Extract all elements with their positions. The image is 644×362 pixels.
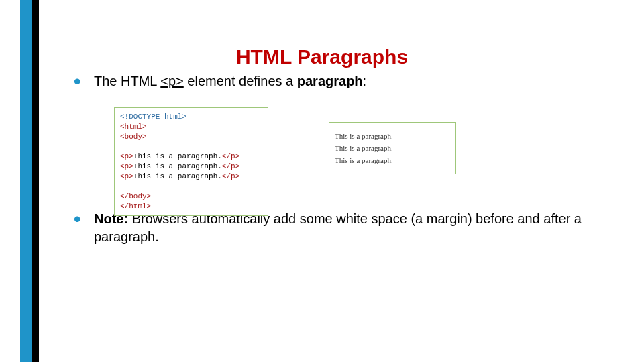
figures: <!DOCTYPE html> <html> <body> <p>This is…: [114, 107, 584, 215]
code-blank: [120, 182, 262, 192]
bullet-1-text-pre: The HTML: [94, 74, 160, 88]
code-p-close: </p>: [222, 162, 239, 170]
code-p-open: <p>: [120, 162, 133, 170]
code-html-close: </html>: [120, 202, 151, 210]
output-box: This is a paragraph. This is a paragraph…: [329, 122, 456, 174]
bullet-1-text-post: element defines a: [184, 74, 297, 88]
code-p-close: </p>: [222, 172, 239, 180]
bullet-1-code: <p>: [160, 74, 183, 88]
code-line: </body>: [120, 192, 262, 202]
code-line: </html>: [120, 202, 262, 212]
code-doctype: <!DOCTYPE html>: [120, 113, 186, 121]
code-html-open: <html>: [120, 123, 147, 131]
code-line: <p>This is a paragraph.</p>: [120, 162, 262, 172]
code-body-close: </body>: [120, 192, 151, 200]
code-line: <html>: [120, 122, 262, 132]
code-line: <!DOCTYPE html>: [120, 112, 262, 122]
code-p-close: </p>: [222, 152, 239, 160]
bullet-1-term: paragraph: [297, 74, 363, 88]
code-p-open: <p>: [120, 172, 133, 180]
bullet-1-colon: :: [363, 74, 367, 88]
code-body-open: <body>: [120, 133, 147, 141]
slide: HTML Paragraphs The HTML <p> element def…: [0, 0, 644, 362]
code-line: <body>: [120, 132, 262, 142]
code-blank: [120, 142, 262, 152]
output-line: This is a paragraph.: [335, 156, 450, 164]
code-p-text: This is a paragraph.: [133, 152, 222, 160]
code-box: <!DOCTYPE html> <html> <body> <p>This is…: [114, 107, 268, 216]
code-p-text: This is a paragraph.: [133, 172, 222, 180]
code-line: <p>This is a paragraph.</p>: [120, 172, 262, 182]
code-p-open: <p>: [120, 152, 133, 160]
slide-title: HTML Paragraphs: [0, 46, 644, 68]
code-p-text: This is a paragraph.: [133, 162, 222, 170]
output-line: This is a paragraph.: [335, 144, 450, 152]
code-line: <p>This is a paragraph.</p>: [120, 152, 262, 162]
output-line: This is a paragraph.: [335, 132, 450, 140]
